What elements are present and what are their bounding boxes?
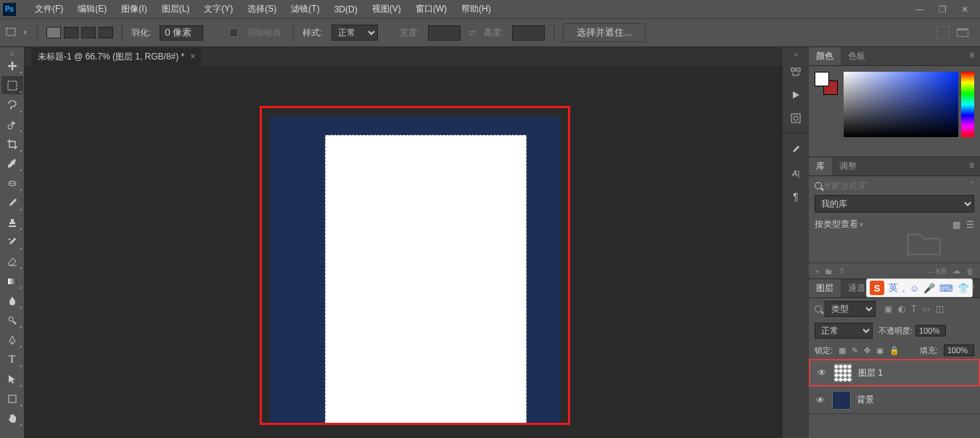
lock-transparent-icon[interactable]: ▩ <box>839 346 846 355</box>
adjustments-tab[interactable]: 调整 <box>832 157 864 175</box>
filter-shape-icon[interactable]: ▭ <box>922 304 930 314</box>
selection-subtract-icon[interactable] <box>81 27 96 38</box>
history-panel-icon[interactable] <box>783 60 809 83</box>
ime-punct[interactable]: , <box>902 283 905 294</box>
stamp-tool[interactable] <box>1 213 23 231</box>
lock-artboard-icon[interactable]: ▣ <box>876 346 884 355</box>
hue-slider[interactable] <box>961 72 974 137</box>
color-tab[interactable]: 颜色 <box>809 47 841 65</box>
selection-new-icon[interactable] <box>46 27 61 38</box>
ime-toolbar[interactable]: S 英 , ☺ 🎤 ⌨ 👕 <box>866 278 973 297</box>
quick-select-tool[interactable] <box>1 115 23 133</box>
filter-type-icon[interactable]: T <box>911 304 916 314</box>
dodge-tool[interactable] <box>1 311 23 329</box>
close-icon[interactable]: ✕ <box>961 4 968 15</box>
history-brush-tool[interactable] <box>1 233 23 251</box>
filter-smart-icon[interactable]: ◫ <box>936 304 944 314</box>
filter-pixel-icon[interactable]: ▣ <box>884 304 892 314</box>
menu-view[interactable]: 视图(V) <box>365 3 408 15</box>
menu-filter[interactable]: 滤镜(T) <box>284 3 326 15</box>
healing-tool[interactable] <box>1 174 23 192</box>
lock-paint-icon[interactable]: ✎ <box>852 346 858 355</box>
hand-tool[interactable] <box>1 409 23 427</box>
menu-layer[interactable]: 图层(L) <box>155 3 197 15</box>
foreground-color[interactable] <box>815 72 829 86</box>
fill-input[interactable] <box>944 344 974 356</box>
view-by-type[interactable]: 按类型查看 <box>815 218 858 231</box>
crop-tool[interactable] <box>1 135 23 153</box>
menu-edit[interactable]: 编辑(E) <box>70 3 114 15</box>
eraser-tool[interactable] <box>1 252 23 270</box>
ime-keyboard-icon[interactable]: ⌨ <box>939 283 953 294</box>
feather-input[interactable] <box>160 25 203 41</box>
color-panel-menu-icon[interactable]: ≡ <box>963 47 980 65</box>
lock-all-icon[interactable]: 🔒 <box>889 346 899 355</box>
layers-tab[interactable]: 图层 <box>809 279 841 297</box>
cloud-icon[interactable]: ☁ <box>952 266 960 276</box>
lock-position-icon[interactable]: ✥ <box>864 346 870 355</box>
ime-mic-icon[interactable]: 🎤 <box>923 283 935 294</box>
selection-intersect-icon[interactable] <box>99 27 113 38</box>
color-field[interactable] <box>844 72 958 137</box>
ime-logo-icon[interactable]: S <box>870 281 884 295</box>
type-tool[interactable]: T <box>1 350 23 368</box>
brushes-panel-icon[interactable] <box>783 139 809 162</box>
trash-icon[interactable]: 🗑 <box>966 267 974 276</box>
path-select-tool[interactable] <box>1 370 23 388</box>
move-tool[interactable] <box>1 57 23 75</box>
libraries-tab[interactable]: 库 <box>809 157 832 175</box>
document-tab[interactable]: 未标题-1 @ 66.7% (图层 1, RGB/8#) * × <box>32 48 201 66</box>
layer-thumbnail[interactable] <box>832 391 851 410</box>
eyedropper-tool[interactable] <box>1 154 23 173</box>
screenmode-icon[interactable] <box>957 28 968 37</box>
character-panel-icon[interactable]: ¶ <box>783 185 809 208</box>
menu-image[interactable]: 图像(I) <box>114 3 154 15</box>
swatches-tab[interactable]: 色板 <box>841 47 873 65</box>
ime-emoji-icon[interactable]: ☺ <box>910 283 919 294</box>
minimize-icon[interactable]: — <box>915 4 924 15</box>
visibility-toggle[interactable]: 👁 <box>815 395 826 405</box>
lib-panel-menu-icon[interactable]: ≡ <box>963 157 980 175</box>
marquee-tool[interactable] <box>1 76 23 94</box>
strip-expand-handle[interactable]: « <box>783 50 809 60</box>
lasso-tool[interactable] <box>1 96 23 114</box>
pen-tool[interactable] <box>1 331 23 349</box>
search-dropdown-icon[interactable]: ˅ <box>970 181 974 191</box>
menu-select[interactable]: 选择(S) <box>240 3 284 15</box>
gradient-tool[interactable] <box>1 272 23 290</box>
ime-lang[interactable]: 英 <box>889 281 898 294</box>
opacity-input[interactable] <box>915 325 946 336</box>
menu-window[interactable]: 窗口(W) <box>408 3 454 15</box>
blend-mode-select[interactable]: 正常 <box>815 323 873 339</box>
maximize-icon[interactable]: ❐ <box>939 4 947 15</box>
layer-thumbnail[interactable] <box>833 363 852 382</box>
tools-expand-handle[interactable]: » <box>0 50 24 56</box>
shape-tool[interactable] <box>1 389 23 408</box>
library-search-input[interactable] <box>822 181 970 191</box>
styles-panel-icon[interactable]: A| <box>783 162 809 185</box>
grid-view-icon[interactable]: ▦ <box>952 220 960 230</box>
layer-name[interactable]: 图层 1 <box>858 367 973 379</box>
menu-3d[interactable]: 3D(D) <box>327 4 365 15</box>
blur-tool[interactable] <box>1 292 23 310</box>
library-select[interactable]: 我的库 <box>815 195 974 212</box>
actions-panel-icon[interactable] <box>783 83 809 107</box>
quickmask-icon[interactable] <box>936 26 950 39</box>
menu-help[interactable]: 帮助(H) <box>454 3 498 15</box>
visibility-toggle[interactable]: 👁 <box>816 368 828 378</box>
menu-type[interactable]: 文字(Y) <box>197 3 240 15</box>
layer-row-1[interactable]: 👁 图层 1 <box>809 359 980 387</box>
filter-adjust-icon[interactable]: ◐ <box>898 304 905 314</box>
properties-panel-icon[interactable] <box>783 107 809 130</box>
tab-close-icon[interactable]: × <box>190 51 195 62</box>
folder-icon[interactable]: 🖿 <box>825 267 833 276</box>
select-and-mask-button[interactable]: 选择并遮住... <box>563 23 646 42</box>
ime-skin-icon[interactable]: 👕 <box>958 283 969 294</box>
layer-row-bg[interactable]: 👁 背景 <box>809 387 980 414</box>
share-icon[interactable]: ⇪ <box>839 266 845 276</box>
brush-tool[interactable] <box>1 194 23 212</box>
selection-add-icon[interactable] <box>64 27 78 38</box>
list-view-icon[interactable]: ☰ <box>966 220 974 230</box>
layer-name[interactable]: 背景 <box>857 394 974 406</box>
current-tool-preset[interactable]: ▼ <box>6 28 28 38</box>
